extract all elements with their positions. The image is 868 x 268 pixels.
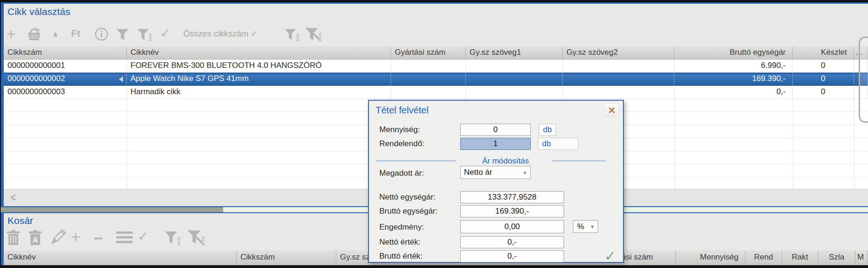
dialog-tetel-felvetel: Tétel felvétel × Mennyiség: 0 db Rendele… <box>368 100 624 263</box>
cell-brutto-egysegar[interactable]: 0,- <box>674 86 793 99</box>
cart-panel-title: Kosár <box>7 215 33 226</box>
horizontal-scrollbar-thumb[interactable] <box>1 207 223 212</box>
engedmeny-unit-value: % <box>577 222 584 231</box>
forint-price-icon[interactable]: Ft <box>71 28 80 38</box>
filter-ruler-icon[interactable] <box>284 28 302 42</box>
total-items-label: Összes cikkszám ✓ <box>183 29 258 39</box>
filter-ruler-icon[interactable] <box>165 231 182 246</box>
list-menu-icon[interactable] <box>116 231 133 244</box>
delete-icon[interactable] <box>6 229 21 246</box>
column-header-szla[interactable]: Szla <box>818 250 855 265</box>
cell-gysz-szoveg2[interactable] <box>563 86 674 99</box>
cell-cikkszam[interactable]: 0000000000001 <box>4 60 127 73</box>
netto-ertek-label: Nettó érték: <box>379 238 420 247</box>
cell-gyartasi-szam[interactable] <box>391 73 466 86</box>
column-header-gysz-szoveg1[interactable]: Gy.sz szöveg1 <box>466 46 563 60</box>
column-header-rend[interactable]: Rend <box>745 250 782 265</box>
column-header-keszlet[interactable]: Készlet <box>793 46 854 60</box>
filter-icon[interactable] <box>116 28 129 41</box>
cell-cikknev[interactable]: Harmadik cikk <box>127 86 391 99</box>
brutto-egysegar-input[interactable]: 169.390,- <box>460 205 564 217</box>
cell-gyartasi-szam[interactable] <box>391 60 466 73</box>
confirm-check-icon[interactable]: ✓ <box>604 248 616 264</box>
engedmeny-unit-select[interactable]: % ▼ <box>573 220 598 233</box>
brutto-ertek-label: Bruttó érték: <box>379 252 423 261</box>
mennyiseg-input[interactable]: 0 <box>460 124 531 136</box>
column-header-cikkszam[interactable]: Cikkszám <box>4 46 127 60</box>
ar-modositas-section-title: Ár módosítás <box>461 156 550 166</box>
brutto-egysegar-label: Bruttó egységár: <box>379 207 438 216</box>
column-header-gyartasi-szam[interactable]: Gyártási szám <box>391 46 466 60</box>
cell-cikknev[interactable]: Apple Watch Nike S7 GPS 41mm <box>127 73 391 86</box>
column-header-rakt[interactable]: Rakt <box>782 250 818 265</box>
cell-gysz-szoveg1[interactable] <box>466 86 563 99</box>
cell-keszlet[interactable]: 0 <box>793 73 854 86</box>
column-header-m[interactable]: M <box>855 250 868 265</box>
apply-icon[interactable]: ✓ <box>160 27 171 40</box>
remove-icon[interactable]: − <box>94 233 103 243</box>
column-header-mennyiseg[interactable]: Mennyiség <box>676 250 745 265</box>
window-top-accent <box>0 2 868 4</box>
column-header-gysz-szoveg2[interactable]: Gy.sz szöveg2 <box>563 46 674 60</box>
app-window: Cikk választás + ▲ Ft ✓ Összes cikkszám … <box>0 0 868 268</box>
window-bottom-bar <box>0 265 868 268</box>
megadott-ar-select[interactable]: Netto ár ▼ <box>460 166 531 179</box>
cell-gysz-szoveg2[interactable] <box>563 60 674 73</box>
cell-keszlet[interactable]: 0 <box>793 60 854 73</box>
cell-gyartasi-szam[interactable] <box>391 86 466 99</box>
mennyiseg-label: Mennyiség: <box>379 125 420 134</box>
netto-egysegar-label: Nettó egységár: <box>379 193 435 202</box>
engedmeny-label: Engedmény: <box>379 223 424 232</box>
basket-edit-icon[interactable] <box>26 26 44 42</box>
brutto-ertek-input[interactable]: 0,- <box>460 250 564 262</box>
article-grid-header: Cikkszám Cikknév Gyártási szám Gy.sz szö… <box>4 46 868 60</box>
article-panel-title: Cikk választás <box>7 6 70 17</box>
confirm-icon[interactable]: ✓ <box>137 230 148 243</box>
row-marker-icon <box>119 76 123 82</box>
filter-clear-icon[interactable] <box>305 27 324 42</box>
filter-clear-icon[interactable] <box>187 230 207 246</box>
megadott-ar-value: Netto ár <box>464 168 492 177</box>
table-row-selected[interactable]: 0000000000002 Apple Watch Nike S7 GPS 41… <box>4 73 868 86</box>
table-row[interactable]: 0000000000003 Harmadik cikk 0,- 0 <box>4 86 868 99</box>
netto-ertek-input[interactable]: 0,- <box>460 236 564 248</box>
mennyiseg-unit-button[interactable]: db <box>539 124 556 136</box>
column-header-cikknev[interactable]: Cikknév <box>4 250 237 265</box>
delete-all-icon[interactable]: A <box>28 229 43 246</box>
divider <box>552 161 606 161</box>
close-icon[interactable]: × <box>604 103 619 117</box>
vertical-scrollbar[interactable] <box>859 37 868 123</box>
cell-brutto-egysegar[interactable]: 6.990,- <box>674 60 793 73</box>
cell-gysz-szoveg2[interactable] <box>563 73 674 86</box>
cell-cikknev[interactable]: FOREVER BMS-300 BLUETOOTH 4.0 HANGSZÓRÓ <box>127 60 391 73</box>
column-header-brutto-egysegar[interactable]: Bruttó egységár <box>674 46 793 60</box>
cell-keszlet[interactable]: 0 <box>793 86 854 99</box>
svg-text:A: A <box>33 236 38 244</box>
add-item-icon[interactable]: + <box>7 26 16 42</box>
cell-cikkszam[interactable]: 0000000000003 <box>4 86 127 99</box>
divider <box>376 161 456 161</box>
megadott-ar-label: Megadott ár: <box>379 169 424 178</box>
dialog-title: Tétel felvétel <box>376 105 428 116</box>
add-icon[interactable]: + <box>71 229 80 245</box>
edit-pencil-icon[interactable] <box>49 229 67 246</box>
cell-gysz-szoveg1[interactable] <box>466 73 563 86</box>
column-header-cikknev[interactable]: Cikknév <box>127 46 391 60</box>
cell-brutto-egysegar[interactable]: 169.390,- <box>674 73 793 86</box>
chevron-down-icon: ▼ <box>522 167 528 179</box>
chevron-down-icon: ▼ <box>590 221 595 233</box>
column-header-cikkszam[interactable]: Cikkszám <box>237 250 336 265</box>
cell-gysz-szoveg1[interactable] <box>466 60 563 73</box>
rendelendo-label: Rendelendő: <box>379 139 424 149</box>
rendelendo-input[interactable]: 1 <box>460 138 531 150</box>
info-icon[interactable] <box>94 27 108 41</box>
sort-up-icon[interactable]: ▲ <box>51 30 59 38</box>
cell-cikkszam[interactable]: 0000000000002 <box>4 73 127 86</box>
netto-egysegar-input[interactable]: 133.377,9528 <box>460 191 564 203</box>
rendelendo-unit-button[interactable]: db <box>538 138 579 150</box>
table-row[interactable]: 0000000000001 FOREVER BMS-300 BLUETOOTH … <box>4 60 868 73</box>
engedmeny-input[interactable]: 0,00 <box>460 220 564 233</box>
filter-ruler-icon[interactable] <box>137 28 155 42</box>
scroll-left-icon[interactable]: < <box>10 191 16 205</box>
